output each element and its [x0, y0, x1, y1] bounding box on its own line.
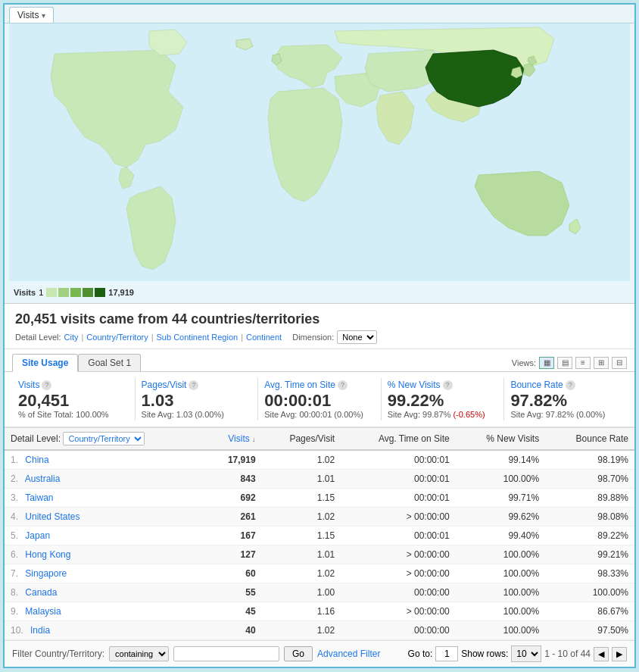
cell-time-8: > 00:00:00 [341, 602, 456, 621]
cell-time-0: 00:00:01 [341, 450, 456, 470]
cell-country-7: 8. Canada [5, 583, 207, 602]
col-new-header[interactable]: % New Visits [456, 428, 545, 451]
cell-country-3: 4. United States [5, 508, 207, 527]
world-map [5, 23, 634, 281]
cell-time-4: 00:00:01 [341, 527, 456, 545]
col-bounce-header[interactable]: Bounce Rate [545, 428, 634, 451]
pages-help-icon[interactable]: ? [189, 380, 198, 390]
cell-pages-9: 1.02 [262, 621, 341, 640]
country-link-4[interactable]: Japan [25, 530, 50, 541]
tab-site-usage[interactable]: Site Usage [12, 354, 78, 372]
tab-goal-set[interactable]: Goal Set 1 [78, 354, 141, 371]
visits-help-icon[interactable]: ? [42, 380, 51, 390]
cell-pages-0: 1.02 [262, 450, 341, 470]
col-detail-label: Detail Level: [11, 433, 61, 444]
col-visits-label: Visits [228, 433, 249, 444]
country-link-7[interactable]: Canada [25, 587, 57, 598]
table-row: 8. Canada 55 1.00 00:00:00 100.00% 100.0… [5, 583, 634, 602]
dimension-select[interactable]: None [337, 330, 377, 344]
cell-country-6: 7. Singapore [5, 564, 207, 583]
filter-go-button[interactable]: Go [284, 646, 313, 661]
country-link-5[interactable]: Hong Kong [25, 549, 70, 560]
metric-new-value: 99.22% [388, 392, 498, 410]
country-link-2[interactable]: Taiwan [25, 492, 53, 503]
country-link-9[interactable]: India [30, 625, 50, 636]
time-help-icon[interactable]: ? [338, 380, 348, 390]
tab-dropdown-icon[interactable]: ▾ [42, 11, 45, 20]
metric-new-header: % New Visits ? [388, 380, 498, 390]
detail-subcontinent-link[interactable]: Sub Continent Region [157, 333, 238, 342]
sep2: | [151, 333, 154, 342]
new-help-icon[interactable]: ? [443, 380, 453, 390]
bounce-help-icon[interactable]: ? [566, 380, 575, 390]
detail-city-link[interactable]: City [64, 333, 79, 342]
cell-pages-8: 1.16 [262, 602, 341, 621]
country-link-0[interactable]: China [25, 455, 48, 465]
visits-tab[interactable]: Visits ▾ [9, 7, 54, 23]
metric-bounce: Bounce Rate ? 97.82% Site Avg: 97.82% (0… [504, 378, 627, 420]
tab-label: Visits [17, 10, 39, 20]
metric-time-label: Avg. Time on Site [264, 380, 335, 390]
inner-tabs-row: Site Usage Goal Set 1 Views: ▦ ▤ ≡ ⊞ ⊟ [5, 349, 634, 372]
prev-page-button[interactable]: ◀ [594, 647, 609, 661]
metric-bounce-sub: Site Avg: 97.82% (0.00%) [510, 410, 621, 419]
filter-input[interactable] [173, 646, 279, 661]
cell-visits-5: 127 [207, 545, 262, 564]
view-pivot-icon[interactable]: ⊟ [612, 357, 627, 369]
inner-tabs: Site Usage Goal Set 1 [12, 354, 141, 371]
show-rows-select[interactable]: 10 25 50 [511, 645, 541, 662]
cell-new-6: 100.00% [456, 564, 545, 583]
cell-time-9: 00:00:00 [341, 621, 456, 640]
metrics-row: Visits ? 20,451 % of Site Total: 100.00%… [5, 372, 634, 427]
filter-row: Filter Country/Territory: containing Go … [5, 640, 634, 667]
cell-country-0: 1. China [5, 450, 207, 470]
next-page-button[interactable]: ▶ [612, 647, 627, 661]
cell-time-7: 00:00:00 [341, 583, 456, 602]
cell-bounce-5: 99.21% [545, 545, 634, 564]
pagination-info: 1 - 10 of 44 [544, 649, 591, 659]
table-row: 5. Japan 167 1.15 00:00:01 99.40% 89.22% [5, 527, 634, 545]
metric-bounce-value: 97.82% [510, 392, 621, 410]
row-num-8: 9. [11, 606, 18, 617]
detail-country-link[interactable]: Country/Territory [86, 333, 148, 342]
metric-time-header: Avg. Time on Site ? [264, 380, 375, 390]
col-time-header[interactable]: Avg. Time on Site [341, 428, 456, 451]
row-num-2: 3. [11, 492, 18, 503]
view-list-icon[interactable]: ≡ [575, 357, 591, 369]
view-bar-icon[interactable]: ▤ [557, 357, 572, 369]
country-territory-select[interactable]: Country/Territory [63, 432, 145, 445]
cell-country-5: 6. Hong Kong [5, 545, 207, 564]
country-link-3[interactable]: United States [25, 511, 79, 522]
cell-time-6: > 00:00:00 [341, 564, 456, 583]
sep3: | [241, 333, 243, 342]
metric-time-value: 00:00:01 [264, 392, 375, 410]
metric-pages-value: 1.03 [142, 392, 252, 410]
cell-visits-3: 261 [207, 508, 262, 527]
cell-country-2: 3. Taiwan [5, 489, 207, 508]
metric-pages-header: Pages/Visit ? [142, 380, 252, 390]
view-compare-icon[interactable]: ⊞ [594, 357, 609, 369]
row-num-0: 1. [11, 455, 18, 465]
legend-swatch-3 [70, 288, 81, 297]
country-link-8[interactable]: Malaysia [25, 606, 61, 617]
cell-new-0: 99.14% [456, 450, 545, 470]
advanced-filter-link[interactable]: Advanced Filter [317, 649, 380, 659]
view-grid-icon[interactable]: ▦ [539, 357, 554, 369]
country-link-1[interactable]: Australia [25, 474, 61, 484]
detail-continent-link[interactable]: Continent [246, 333, 282, 342]
row-num-9: 10. [11, 625, 23, 636]
goto-input[interactable] [435, 646, 458, 661]
goto-label: Go to: [408, 649, 433, 659]
metric-pages: Pages/Visit ? 1.03 Site Avg: 1.03 (0.00%… [136, 378, 259, 420]
col-visits-header[interactable]: Visits ↓ [207, 428, 262, 451]
map-container: Visits 1 17,919 [5, 23, 634, 304]
metric-pages-label: Pages/Visit [142, 380, 187, 390]
cell-new-3: 99.62% [456, 508, 545, 527]
legend-swatch-1 [46, 288, 57, 297]
table-row: 4. United States 261 1.02 > 00:00:00 99.… [5, 508, 634, 527]
col-pages-header[interactable]: Pages/Visit [262, 428, 341, 451]
filter-condition-select[interactable]: containing [109, 646, 169, 661]
row-num-1: 2. [11, 474, 18, 484]
metric-time: Avg. Time on Site ? 00:00:01 Site Avg: 0… [258, 378, 382, 420]
country-link-6[interactable]: Singapore [25, 568, 67, 579]
